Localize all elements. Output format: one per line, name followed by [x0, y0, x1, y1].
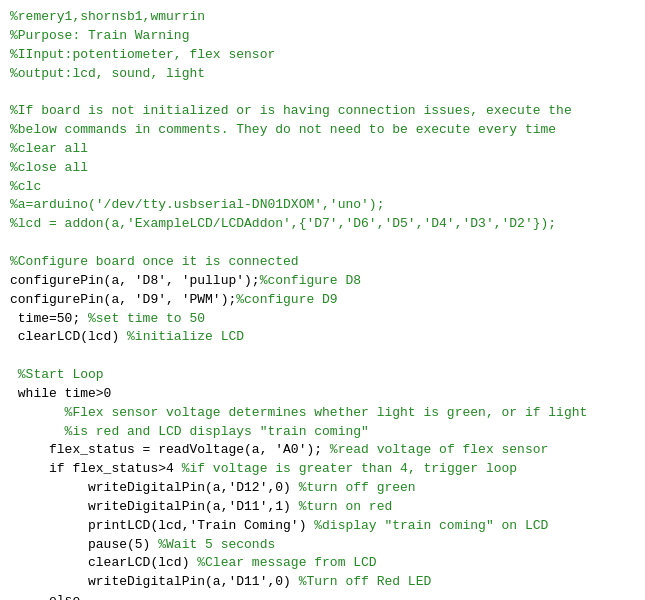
code-line: writeDigitalPin(a,'D11',0) %Turn off Red… [10, 573, 635, 592]
code-line: else [10, 592, 635, 600]
code-line: if flex_status>4 %if voltage is greater … [10, 460, 635, 479]
code-editor: %remery1,shornsb1,wmurrin%Purpose: Train… [0, 0, 645, 600]
code-line: %a=arduino('/dev/tty.usbserial-DN01DXOM'… [10, 196, 635, 215]
code-line: %below commands in comments. They do not… [10, 121, 635, 140]
code-line: writeDigitalPin(a,'D11',1) %turn on red [10, 498, 635, 517]
code-line: time=50; %set time to 50 [10, 310, 635, 329]
code-line: %output:lcd, sound, light [10, 65, 635, 84]
code-line: writeDigitalPin(a,'D12',0) %turn off gre… [10, 479, 635, 498]
code-line: %is red and LCD displays "train coming" [10, 423, 635, 442]
code-line [10, 347, 635, 366]
code-line [10, 234, 635, 253]
code-line: clearLCD(lcd) %initialize LCD [10, 328, 635, 347]
code-line: %lcd = addon(a,'ExampleLCD/LCDAddon',{'D… [10, 215, 635, 234]
code-line: %close all [10, 159, 635, 178]
code-line: printLCD(lcd,'Train Coming') %display "t… [10, 517, 635, 536]
code-line: %Purpose: Train Warning [10, 27, 635, 46]
code-line: %Start Loop [10, 366, 635, 385]
code-line: while time>0 [10, 385, 635, 404]
code-line: flex_status = readVoltage(a, 'A0'); %rea… [10, 441, 635, 460]
code-line: %Configure board once it is connected [10, 253, 635, 272]
code-line: configurePin(a, 'D8', 'pullup');%configu… [10, 272, 635, 291]
code-line: %If board is not initialized or is havin… [10, 102, 635, 121]
code-line: %remery1,shornsb1,wmurrin [10, 8, 635, 27]
code-line: clearLCD(lcd) %Clear message from LCD [10, 554, 635, 573]
code-line: %IInput:potentiometer, flex sensor [10, 46, 635, 65]
code-line: %Flex sensor voltage determines whether … [10, 404, 635, 423]
code-line [10, 83, 635, 102]
code-line: %clear all [10, 140, 635, 159]
code-line: configurePin(a, 'D9', 'PWM');%configure … [10, 291, 635, 310]
code-line: pause(5) %Wait 5 seconds [10, 536, 635, 555]
code-line: %clc [10, 178, 635, 197]
